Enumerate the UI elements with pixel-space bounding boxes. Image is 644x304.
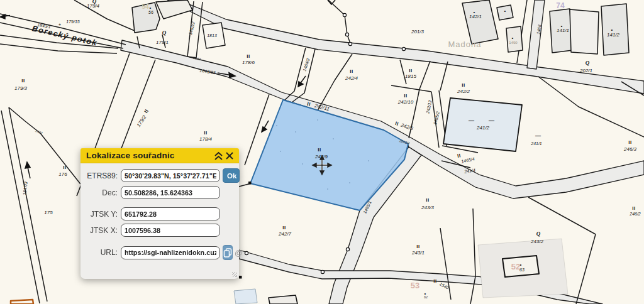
vertex-square: [248, 182, 252, 185]
pond-parcel: [443, 98, 522, 151]
jtsk-y-label: JTSK Y:: [86, 210, 118, 219]
dialog-resize-handle[interactable]: [232, 272, 237, 277]
close-icon[interactable]: [224, 150, 235, 161]
jtsk-x-label: JTSK X:: [86, 226, 118, 235]
dec-label: Dec:: [86, 188, 118, 197]
collapse-icon[interactable]: [213, 150, 224, 161]
dialog-header[interactable]: Lokalizace souřadnic: [80, 148, 239, 163]
etrs89-label: ETRS89:: [86, 171, 118, 180]
dialog-title: Lokalizace souřadnic: [86, 151, 213, 160]
url-field[interactable]: [121, 246, 220, 259]
dec-field[interactable]: [121, 186, 220, 199]
jtsk-y-field[interactable]: [121, 207, 220, 220]
vertex-square: [239, 276, 242, 279]
jtsk-x-field[interactable]: [121, 224, 220, 237]
url-label: URL:: [86, 248, 118, 257]
etrs89-field[interactable]: [121, 169, 220, 182]
copy-icon: [223, 248, 232, 258]
copy-url-button[interactable]: [223, 245, 233, 260]
email-link[interactable]: @: [235, 248, 243, 258]
dialog-body: ETRS89: Ok Dec: JTSK Y: JTSK X: URL:: [80, 163, 239, 279]
cadastral-map-app: 179/4QBorecký potok1843/1∗179/1554•56Q17…: [0, 0, 644, 304]
ok-button[interactable]: Ok: [223, 168, 240, 183]
coordinates-dialog: Lokalizace souřadnic ETRS89: Ok Dec:: [80, 148, 239, 279]
